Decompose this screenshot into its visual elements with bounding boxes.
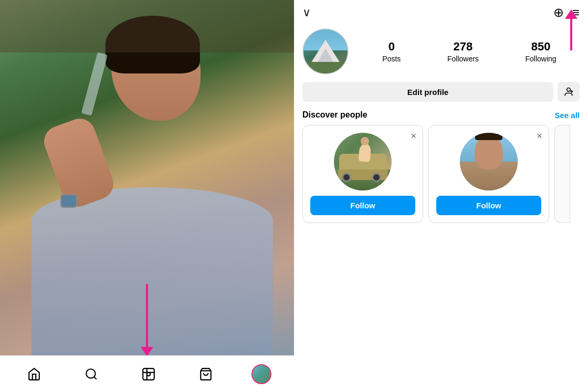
person-head-1 [361, 137, 369, 145]
profile-stats-section: 0 Posts 278 Followers 850 Following [294, 23, 588, 79]
arrow-head-up [565, 9, 578, 19]
reels-nav-icon[interactable] [137, 363, 160, 386]
search-nav-icon[interactable] [80, 363, 103, 386]
stats-group: 0 Posts 278 Followers 850 Following [359, 40, 580, 63]
discover-card-1: × Follow [302, 125, 423, 223]
add-content-icon[interactable]: ⊕ [553, 5, 564, 20]
arrow-up-annotation [565, 9, 578, 50]
wheel-front [342, 173, 351, 182]
posts-count: 0 [388, 40, 395, 54]
bottom-nav [0, 355, 294, 392]
wheel-back [372, 173, 381, 182]
followers-stat[interactable]: 278 Followers [447, 40, 479, 63]
discover-title: Discover people [302, 110, 368, 120]
header-left: ∨ [302, 6, 311, 19]
land [303, 62, 348, 73]
see-all-link[interactable]: See all [554, 111, 580, 120]
svg-line-1 [94, 377, 97, 379]
follow-card-1-button[interactable]: Follow [310, 196, 415, 215]
discover-card-1-avatar [334, 133, 392, 190]
discover-card-3-partial [554, 125, 570, 223]
discover-card-1-photo [334, 133, 392, 190]
chevron-down-icon[interactable]: ∨ [302, 6, 311, 19]
following-count: 850 [531, 40, 551, 54]
followers-count: 278 [454, 40, 473, 54]
discover-card-2: × Follow [428, 125, 549, 223]
add-person-button[interactable] [558, 82, 580, 102]
profile-avatar[interactable] [302, 28, 349, 75]
svg-rect-2 [143, 368, 154, 380]
shop-nav-icon[interactable] [194, 363, 217, 386]
close-card-1-button[interactable]: × [411, 131, 416, 142]
profile-header: ∨ ⊕ ≡ [294, 0, 588, 23]
svg-point-7 [567, 88, 571, 92]
profile-nav-avatar[interactable] [251, 364, 271, 384]
edit-profile-row: Edit profile [294, 79, 588, 106]
svg-point-0 [86, 369, 95, 378]
posts-stat[interactable]: 0 Posts [382, 40, 401, 63]
discover-cards-container: × Follow [302, 125, 580, 223]
following-stat[interactable]: 850 Following [526, 40, 556, 63]
arrow-line-up [570, 19, 572, 50]
home-nav-icon[interactable] [23, 363, 46, 386]
arrow-line [146, 284, 148, 347]
following-label: Following [526, 55, 556, 63]
discover-card-2-avatar [460, 133, 518, 190]
posts-label: Posts [382, 55, 401, 63]
discover-header: Discover people See all [302, 110, 580, 120]
followers-label: Followers [447, 55, 479, 63]
right-panel: ∨ ⊕ ≡ 0 Posts 278 Followers [294, 0, 588, 392]
follow-card-2-button[interactable]: Follow [436, 196, 541, 215]
discover-card-2-photo [460, 133, 518, 190]
arrow-down-annotation [141, 284, 153, 356]
avatar-image [303, 29, 348, 73]
left-panel [0, 0, 294, 392]
edit-profile-button[interactable]: Edit profile [302, 82, 553, 102]
watch [60, 194, 77, 208]
discover-section: Discover people See all × [294, 106, 588, 226]
person-hair-2 [475, 133, 502, 140]
ceiling [0, 0, 294, 52]
person-body-1 [359, 143, 372, 162]
close-card-2-button[interactable]: × [537, 131, 542, 142]
mountain-shape [311, 40, 340, 63]
